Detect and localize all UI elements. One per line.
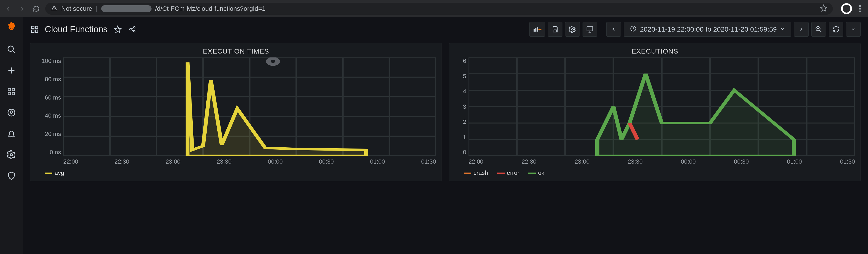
chevron-down-icon <box>780 25 785 33</box>
legend-item-error[interactable]: error <box>497 169 520 176</box>
forward-icon[interactable] <box>18 4 27 13</box>
time-next-button[interactable] <box>794 22 809 37</box>
legend-item-ok[interactable]: ok <box>528 169 544 176</box>
reload-icon[interactable] <box>32 4 41 13</box>
svg-point-4 <box>8 46 13 51</box>
svg-rect-6 <box>12 88 14 91</box>
svg-point-21 <box>571 28 574 30</box>
refresh-interval-button[interactable] <box>846 22 861 37</box>
shield-icon[interactable] <box>6 171 17 181</box>
share-icon[interactable] <box>128 25 137 34</box>
svg-point-10 <box>10 153 12 156</box>
panel-execution-times[interactable]: EXECUTION TIMES 100 ms 80 ms 60 ms 40 ms… <box>30 43 442 181</box>
svg-point-9 <box>8 109 15 116</box>
content: Cloud Functions + 2020-11-19 22:00:00 to… <box>23 18 868 254</box>
y-axis: 100 ms 80 ms 60 ms 40 ms 20 ms 0 ns <box>36 57 63 156</box>
save-button[interactable] <box>548 22 562 37</box>
zoom-out-button[interactable] <box>811 22 826 37</box>
url-host-redacted <box>101 5 152 12</box>
url-bar[interactable]: Not secure | /d/Ct-FCm-Mz/cloud-function… <box>45 3 833 15</box>
legend: avg <box>36 169 436 176</box>
svg-rect-11 <box>32 26 34 29</box>
url-path: /d/Ct-FCm-Mz/cloud-functions?orgId=1 <box>155 5 266 12</box>
panel-title: EXECUTIONS <box>455 47 855 55</box>
svg-rect-18 <box>534 29 535 32</box>
dashboard-toolbar: Cloud Functions + 2020-11-19 22:00:00 to… <box>30 19 861 39</box>
left-nav <box>0 18 23 254</box>
favorite-star-icon[interactable] <box>113 25 122 34</box>
svg-point-1 <box>859 8 861 9</box>
dashboards-breadcrumb-icon[interactable] <box>30 25 39 34</box>
back-icon[interactable] <box>4 4 12 13</box>
plot-area <box>63 57 436 156</box>
search-icon[interactable] <box>6 45 17 54</box>
page-title[interactable]: Cloud Functions <box>45 25 107 34</box>
kebab-menu-icon[interactable] <box>856 4 864 13</box>
panel-title: EXECUTION TIMES <box>36 47 436 55</box>
legend-item-crash[interactable]: crash <box>464 169 488 176</box>
gear-icon[interactable] <box>6 150 17 160</box>
x-axis: 22:00 22:30 23:00 23:30 00:00 00:30 01:0… <box>455 158 855 165</box>
time-range-button[interactable]: 2020-11-19 22:00:00 to 2020-11-20 01:59:… <box>624 22 791 37</box>
svg-rect-13 <box>32 30 34 32</box>
svg-rect-19 <box>535 28 536 32</box>
time-range-label: 2020-11-19 22:00:00 to 2020-11-20 01:59:… <box>640 25 777 33</box>
legend-item-avg[interactable]: avg <box>45 169 64 176</box>
svg-rect-7 <box>8 92 11 95</box>
panel-executions[interactable]: EXECUTIONS 6 5 4 3 2 1 0 <box>449 43 861 181</box>
dashboards-icon[interactable] <box>6 86 17 96</box>
clock-icon <box>630 25 637 34</box>
tv-mode-button[interactable] <box>583 22 597 37</box>
not-secure-label: Not secure <box>61 5 92 12</box>
bookmark-star-icon[interactable] <box>820 4 827 13</box>
refresh-button[interactable] <box>829 22 843 37</box>
browser-nav <box>4 4 41 13</box>
y-axis: 6 5 4 3 2 1 0 <box>455 57 468 156</box>
svg-rect-8 <box>12 92 14 95</box>
svg-rect-20 <box>537 27 538 32</box>
svg-rect-14 <box>35 30 38 32</box>
legend: crash error ok <box>455 169 855 176</box>
not-secure-icon <box>51 5 58 13</box>
settings-button[interactable] <box>565 22 580 37</box>
panel-row: EXECUTION TIMES 100 ms 80 ms 60 ms 40 ms… <box>30 43 861 181</box>
plot-area <box>468 57 855 156</box>
svg-point-40 <box>268 58 278 64</box>
svg-rect-12 <box>35 26 38 29</box>
svg-point-2 <box>859 10 861 12</box>
plus-icon[interactable] <box>6 65 17 76</box>
add-panel-button[interactable]: + <box>529 22 545 37</box>
app: Cloud Functions + 2020-11-19 22:00:00 to… <box>0 18 868 254</box>
time-prev-button[interactable] <box>606 22 621 37</box>
x-axis: 22:00 22:30 23:00 23:30 00:00 00:30 01:0… <box>36 158 436 165</box>
svg-rect-22 <box>587 27 593 31</box>
svg-point-0 <box>859 5 861 7</box>
explore-icon[interactable] <box>6 108 17 118</box>
browser-right <box>841 3 864 14</box>
grafana-logo-icon[interactable] <box>5 22 18 33</box>
profile-avatar-icon[interactable] <box>841 3 852 14</box>
alerting-icon[interactable] <box>6 129 17 139</box>
svg-rect-5 <box>8 88 11 91</box>
browser-chrome: Not secure | /d/Ct-FCm-Mz/cloud-function… <box>0 0 868 18</box>
